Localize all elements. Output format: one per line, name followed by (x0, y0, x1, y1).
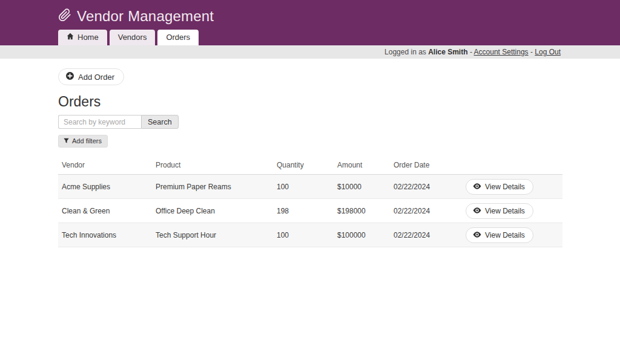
cell-vendor: Acme Supplies (58, 183, 152, 191)
cell-amount: $100000 (334, 231, 390, 239)
add-order-label: Add Order (78, 73, 114, 82)
page-title: Orders (58, 94, 620, 110)
cell-quantity: 198 (273, 207, 334, 215)
orders-table: Vendor Product Quantity Amount Order Dat… (58, 156, 562, 247)
paperclip-icon (58, 8, 71, 24)
eye-icon (473, 207, 481, 215)
home-icon (67, 33, 74, 42)
search-button[interactable]: Search (141, 115, 179, 129)
brand: Vendor Management (0, 0, 620, 25)
view-details-label: View Details (485, 183, 525, 191)
view-details-button[interactable]: View Details (466, 179, 533, 195)
cell-amount: $198000 (334, 207, 390, 215)
column-header-vendor: Vendor (58, 161, 152, 169)
account-settings-link[interactable]: Account Settings (474, 48, 529, 56)
logged-in-prefix: Logged in as (384, 48, 426, 56)
search-row: Search (58, 115, 620, 129)
logout-link[interactable]: Log Out (535, 48, 561, 56)
tab-home-label: Home (78, 33, 99, 42)
cell-order-date: 02/22/2024 (390, 183, 462, 191)
cell-vendor: Tech Innovations (58, 231, 152, 239)
cell-product: Office Deep Clean (152, 207, 273, 215)
tab-vendors-label: Vendors (118, 33, 147, 42)
cell-amount: $10000 (334, 183, 390, 191)
view-details-label: View Details (485, 231, 525, 239)
separator: - (470, 48, 472, 56)
view-details-button[interactable]: View Details (466, 203, 533, 219)
cell-quantity: 100 (273, 183, 334, 191)
cell-product: Tech Support Hour (152, 231, 273, 239)
tab-home[interactable]: Home (58, 30, 107, 45)
table-row: Clean & Green Office Deep Clean 198 $198… (58, 199, 562, 223)
table-header-row: Vendor Product Quantity Amount Order Dat… (58, 156, 562, 175)
column-header-amount: Amount (334, 161, 390, 169)
add-filters-label: Add filters (72, 137, 102, 145)
cell-order-date: 02/22/2024 (390, 207, 462, 215)
app-title: Vendor Management (77, 8, 214, 25)
add-order-button[interactable]: Add Order (58, 68, 124, 85)
user-name: Alice Smith (428, 48, 467, 56)
table-body: Acme Supplies Premium Paper Reams 100 $1… (58, 175, 562, 247)
filter-icon (64, 137, 69, 145)
tab-orders[interactable]: Orders (157, 30, 199, 45)
view-details-label: View Details (485, 207, 525, 215)
column-header-product: Product (152, 161, 273, 169)
table-row: Tech Innovations Tech Support Hour 100 $… (58, 223, 562, 247)
tab-vendors[interactable]: Vendors (110, 30, 156, 45)
cell-quantity: 100 (273, 231, 334, 239)
tab-orders-label: Orders (166, 33, 190, 42)
search-input[interactable] (58, 115, 141, 129)
user-bar: Logged in as Alice Smith - Account Setti… (0, 45, 620, 59)
table-row: Acme Supplies Premium Paper Reams 100 $1… (58, 175, 562, 199)
add-filters-button[interactable]: Add filters (58, 135, 108, 148)
plus-circle-icon (66, 72, 74, 82)
view-details-button[interactable]: View Details (466, 227, 533, 243)
separator: - (530, 48, 533, 56)
eye-icon (473, 183, 481, 191)
main-content: Add Order Orders Search Add filters Vend… (0, 59, 620, 247)
column-header-quantity: Quantity (273, 161, 334, 169)
cell-vendor: Clean & Green (58, 207, 152, 215)
app-header: Vendor Management Home Vendors Orders (0, 0, 620, 45)
nav-tabs: Home Vendors Orders (58, 30, 199, 45)
column-header-order-date: Order Date (390, 161, 462, 169)
cell-order-date: 02/22/2024 (390, 231, 462, 239)
cell-product: Premium Paper Reams (152, 183, 273, 191)
eye-icon (473, 231, 481, 239)
